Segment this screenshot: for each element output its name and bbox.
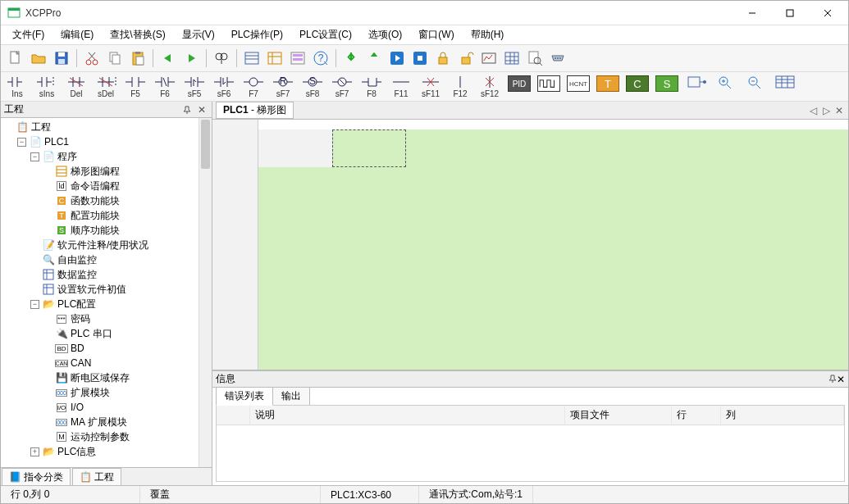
new-button[interactable] [5,48,26,69]
run-button[interactable] [386,48,408,69]
lock-button[interactable] [432,48,454,69]
tab-instruction-class[interactable]: 📘指令分类 [2,468,71,486]
menu-find[interactable]: 查找\替换(S) [102,25,173,44]
view2-button[interactable] [264,48,285,69]
tb-sf12[interactable]: sF12 [477,74,503,99]
view1-button[interactable] [241,48,262,69]
tab-project[interactable]: 📋工程 [72,468,121,486]
menu-help[interactable]: 帮助(H) [463,25,513,44]
tree-retain[interactable]: 💾断电区域保存 [40,370,212,385]
tb-f6[interactable]: F6 [152,74,178,99]
col-blank[interactable] [217,406,249,425]
menu-plc-op[interactable]: PLC操作(P) [223,25,291,44]
tb-s[interactable]: S [654,74,680,93]
tab-output[interactable]: 输出 [272,387,310,406]
upload-button[interactable] [363,48,385,69]
tb-zoomout[interactable] [742,74,769,90]
tb-sdel[interactable]: sDel [93,74,119,99]
collapse-icon[interactable]: − [30,300,39,309]
tree-ladder[interactable]: 梯形图编程 [40,164,212,179]
close-panel-icon[interactable]: ✕ [195,103,208,116]
tb-sf7b[interactable]: sF7 [329,74,355,99]
tb-zoomin[interactable] [713,74,739,90]
tb-f11[interactable]: F11 [388,74,414,99]
chart-button[interactable] [478,48,500,69]
tb-ins[interactable]: Ins [4,74,30,99]
tree-comment[interactable]: 📝软元件注释/使用状况 [27,238,212,252]
tree-ma-extend[interactable]: 000MA 扩展模块 [40,415,212,429]
ladder-canvas[interactable] [212,120,848,370]
error-list-grid[interactable]: 说明 项目文件 行 列 [216,405,845,482]
tree-motion[interactable]: M运动控制参数 [40,429,212,444]
open-button[interactable] [28,48,49,69]
project-tree[interactable]: 📋工程 −📄PLC1 −📄程序 梯形图编程 ld命令语编程 [1,118,212,467]
preview-button[interactable] [524,48,545,69]
cut-button[interactable] [81,48,103,69]
next-tab-icon[interactable]: ▷ [820,105,832,116]
tb-sf5[interactable]: sF5 [181,74,208,99]
tb-sf6[interactable]: sF6 [211,74,237,99]
save-button[interactable] [51,48,72,69]
tree-program[interactable]: −📄程序 [27,149,212,164]
menu-edit[interactable]: 编辑(E) [52,25,102,44]
tree-init-value[interactable]: 设置软元件初值 [27,282,212,297]
help-button[interactable]: ? [310,48,331,69]
tb-f7[interactable]: F7 [240,74,267,99]
col-col[interactable]: 列 [721,406,844,425]
tb-t[interactable]: T [595,74,621,93]
menu-window[interactable]: 窗口(W) [410,25,462,44]
close-button[interactable] [809,1,847,25]
tb-sf8[interactable]: SsF8 [299,74,326,99]
col-desc[interactable]: 说明 [249,406,565,425]
tb-pulse[interactable] [536,74,562,93]
tree-extend[interactable]: 000扩展模块 [40,385,212,400]
menu-file[interactable]: 文件(F) [4,25,52,44]
tree-free-monitor[interactable]: 🔍自由监控 [27,252,212,267]
tree-io[interactable]: I/OI/O [40,400,212,415]
doc-tab[interactable]: PLC1 - 梯形图 [216,102,294,119]
copy-button[interactable] [104,48,126,69]
tree-plc-info[interactable]: +📂PLC信息 [27,444,212,459]
tree-func[interactable]: C函数功能块 [40,193,212,208]
redo-button[interactable] [180,48,202,69]
tb-table[interactable] [772,74,798,90]
maximize-button[interactable] [771,1,809,25]
serial-button[interactable] [547,48,568,69]
tb-del[interactable]: Del [63,74,89,99]
tree-plc1[interactable]: −📄PLC1 [14,134,212,149]
tree-plc-config[interactable]: −📂PLC配置 [27,297,212,311]
tb-f12[interactable]: F12 [447,74,473,99]
tb-sins[interactable]: sIns [34,74,60,99]
tree-config-block[interactable]: T配置功能块 [40,208,212,223]
close-doc-icon[interactable]: ✕ [833,105,845,116]
tree-bd[interactable]: BDBD [40,341,212,356]
pin-icon[interactable] [180,103,194,116]
tree-serial[interactable]: 🔌PLC 串口 [40,326,212,341]
collapse-icon[interactable]: − [30,152,39,161]
tree-can[interactable]: CANCAN [40,356,212,370]
download-button[interactable] [340,48,362,69]
paste-button[interactable] [127,48,148,69]
stop-button[interactable] [409,48,431,69]
menu-plc-set[interactable]: PLC设置(C) [291,25,360,44]
tb-sf11[interactable]: sF11 [418,74,444,99]
tb-c[interactable]: C [624,74,650,93]
tree-seq-block[interactable]: S顺序功能块 [40,223,212,238]
view3-button[interactable] [287,48,308,69]
pin-icon[interactable] [828,374,837,385]
menu-view[interactable]: 显示(V) [174,25,223,44]
tree-data-monitor[interactable]: 数据监控 [27,267,212,282]
undo-button[interactable] [157,48,179,69]
tb-f5[interactable]: F5 [122,74,148,99]
prev-tab-icon[interactable]: ◁ [807,105,819,116]
col-project[interactable]: 项目文件 [565,406,672,425]
menu-options[interactable]: 选项(O) [360,25,410,44]
tab-error-list[interactable]: 错误列表 [216,387,273,406]
tb-sf7[interactable]: RsF7 [270,74,296,99]
unlock-button[interactable] [455,48,477,69]
find-button[interactable] [211,48,232,69]
collapse-icon[interactable]: − [17,138,26,147]
tb-pid[interactable]: PID [506,74,532,93]
tree-password[interactable]: ***密码 [40,311,212,326]
tb-f8[interactable]: F8 [358,74,385,99]
